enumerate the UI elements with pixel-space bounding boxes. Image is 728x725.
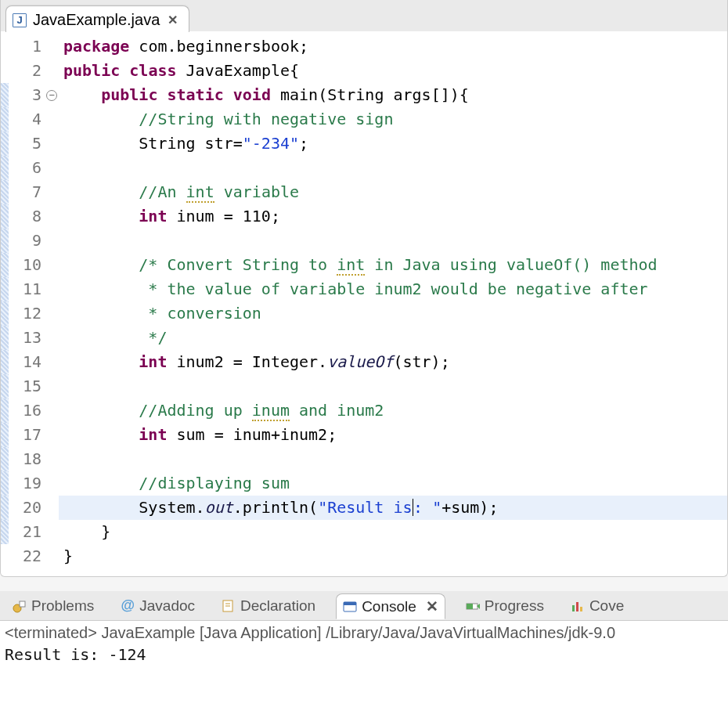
fold-cell <box>46 496 59 520</box>
code-line[interactable] <box>59 374 727 399</box>
fold-cell <box>46 301 59 326</box>
line-number: 3 <box>9 83 41 107</box>
line-number: 16 <box>9 399 41 423</box>
close-console-icon[interactable]: ✕ <box>421 597 438 615</box>
code-line[interactable]: /* Convert String to int in Java using v… <box>59 253 727 277</box>
code-token: variable <box>214 182 299 201</box>
tab-progress[interactable]: Progress <box>460 594 550 618</box>
console-status-line: <terminated> JavaExample [Java Applicati… <box>5 624 723 642</box>
fold-cell <box>46 253 59 277</box>
fold-cell <box>46 471 59 496</box>
text-cursor <box>413 499 414 516</box>
line-number: 15 <box>9 374 41 399</box>
line-number: 17 <box>9 423 41 447</box>
ruler-cell <box>1 107 9 132</box>
ruler-cell <box>1 544 9 568</box>
svg-rect-12 <box>580 607 582 611</box>
code-line[interactable]: //String with negative sign <box>59 107 727 132</box>
tab-console[interactable]: Console ✕ <box>336 593 445 619</box>
code-line[interactable]: */ <box>59 326 727 350</box>
close-tab-icon[interactable]: ✕ <box>166 13 179 27</box>
code-token: +sum); <box>441 498 498 517</box>
code-area[interactable]: 12345678910111213141516171819202122 − pa… <box>1 31 727 576</box>
code-line[interactable]: } <box>59 520 727 544</box>
problems-icon <box>13 599 27 613</box>
code-token <box>63 474 139 492</box>
code-token <box>63 182 139 201</box>
editor-tab-bar: J JavaExample.java ✕ <box>1 0 727 31</box>
editor-tab-javaexample[interactable]: J JavaExample.java ✕ <box>5 5 189 32</box>
java-file-icon: J <box>13 13 27 27</box>
fold-cell <box>46 350 59 374</box>
line-number: 1 <box>9 34 41 59</box>
code-token: : " <box>413 498 441 517</box>
code-token: System. <box>63 498 205 517</box>
code-token <box>63 110 139 128</box>
code-token: //String with negative sign <box>139 110 393 128</box>
fold-cell <box>46 423 59 447</box>
code-token: .println( <box>233 498 318 517</box>
code-line[interactable]: //Adding up inum and inum2 <box>59 399 727 423</box>
ruler-cell <box>1 447 9 471</box>
ruler-cell <box>1 156 9 180</box>
code-line[interactable]: * conversion <box>59 301 727 326</box>
svg-rect-10 <box>572 605 575 611</box>
code-line[interactable]: System.out.println("Result is: "+sum); <box>59 496 727 520</box>
fold-cell <box>46 59 59 83</box>
line-number: 9 <box>9 229 41 253</box>
line-number: 2 <box>9 59 41 83</box>
code-line[interactable]: package com.beginnersbook; <box>59 34 727 59</box>
fold-cell <box>46 132 59 156</box>
tab-problems[interactable]: Problems <box>6 594 100 618</box>
code-token: int <box>139 207 167 225</box>
ruler-cell <box>1 374 9 399</box>
fold-cell <box>46 180 59 204</box>
code-line[interactable]: int inum2 = Integer.valueOf(str); <box>59 350 727 374</box>
fold-cell <box>46 374 59 399</box>
tab-javadoc[interactable]: @ Javadoc <box>114 594 201 618</box>
code-token: public <box>63 61 120 80</box>
line-number: 20 <box>9 496 41 520</box>
code-token <box>63 207 139 225</box>
ruler-cell <box>1 423 9 447</box>
code-token: sum = inum+inum2; <box>167 425 337 444</box>
bottom-tab-bar: Problems @ Javadoc Declaration Console ✕… <box>0 591 728 621</box>
code-token: out <box>205 498 233 517</box>
code-line[interactable]: int inum = 110; <box>59 204 727 229</box>
code-token: int <box>139 352 167 371</box>
code-line[interactable] <box>59 229 727 253</box>
code-lines[interactable]: package com.beginnersbook;public class J… <box>59 34 727 568</box>
tab-coverage[interactable]: Cove <box>564 594 630 618</box>
code-line[interactable]: public class JavaExample{ <box>59 59 727 83</box>
line-number: 14 <box>9 350 41 374</box>
code-line[interactable]: //An int variable <box>59 180 727 204</box>
code-token: /* Convert String to <box>139 255 337 274</box>
svg-rect-1 <box>20 601 25 607</box>
code-line[interactable]: public static void main(String args[]){ <box>59 83 727 107</box>
code-token: void <box>233 85 271 104</box>
line-number: 21 <box>9 520 41 544</box>
tab-declaration[interactable]: Declaration <box>215 594 322 618</box>
code-line[interactable]: int sum = inum+inum2; <box>59 423 727 447</box>
code-token: and inum2 <box>290 401 384 420</box>
code-line[interactable]: * the value of variable inum2 would be n… <box>59 277 727 301</box>
tab-coverage-label: Cove <box>589 597 624 615</box>
code-line[interactable]: String str="-234"; <box>59 132 727 156</box>
code-token <box>63 425 139 444</box>
ruler-cell <box>1 34 9 59</box>
code-line[interactable] <box>59 156 727 180</box>
code-line[interactable]: //displaying sum <box>59 471 727 496</box>
code-token <box>224 85 233 104</box>
tab-problems-label: Problems <box>31 597 94 615</box>
code-token: //An <box>139 182 186 201</box>
svg-rect-6 <box>344 602 356 605</box>
line-number: 7 <box>9 180 41 204</box>
line-number: 22 <box>9 544 41 568</box>
code-token: package <box>63 37 129 56</box>
code-token: inum = 110; <box>167 207 280 225</box>
code-line[interactable] <box>59 447 727 471</box>
line-number: 19 <box>9 471 41 496</box>
fold-toggle-icon[interactable]: − <box>46 90 57 101</box>
code-line[interactable]: } <box>59 544 727 568</box>
code-token: valueOf <box>327 352 393 371</box>
